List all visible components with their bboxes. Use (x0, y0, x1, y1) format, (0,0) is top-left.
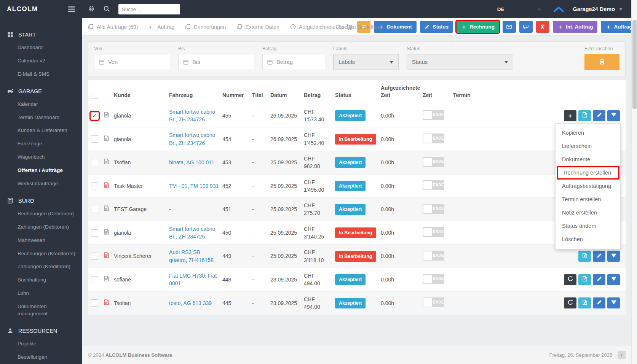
menu-item-status-ndern[interactable]: Status ändern (556, 219, 620, 233)
sidebar-item-e-mail-sms[interactable]: E-Mail & SMS (0, 68, 82, 81)
sidebar-item-werkstattauftr-ge[interactable]: Werkstattaufträge (0, 177, 82, 191)
time-end-toggle[interactable]: ENDE (423, 297, 444, 307)
row-checkbox[interactable] (91, 182, 98, 189)
scrollbar-thumb[interactable] (632, 20, 637, 109)
sidebar-item-rechnungen-kreditoren-[interactable]: Rechnungen (Kreditoren) (0, 247, 82, 261)
time-end-toggle[interactable]: ENDE (423, 180, 444, 190)
date-to-input[interactable]: Bis (178, 54, 254, 70)
menu-item-dokumente[interactable]: Dokumente (556, 153, 620, 166)
menu-toggle-icon[interactable] (68, 6, 75, 12)
menu-item-kopieren[interactable]: Kopieren (556, 126, 620, 140)
sidebar-item-projekte[interactable]: Projekte (0, 337, 82, 351)
vehicle-link[interactable]: tosto, AG 613 339 (169, 300, 212, 306)
sidebar-section-header[interactable]: START (0, 28, 82, 41)
clear-filters-button[interactable] (584, 54, 619, 70)
menu-item-auftragsbest-tigung[interactable]: Auftragsbestätigung (556, 180, 620, 193)
scroll-to-top-button[interactable]: ↑ (618, 351, 626, 359)
row-checkbox[interactable]: ✓ (91, 112, 98, 119)
sidebar-section-header[interactable]: BÜRO (0, 194, 82, 207)
row-checkbox[interactable] (91, 299, 98, 307)
vertical-scrollbar[interactable] (631, 0, 637, 364)
row-refresh-button[interactable] (564, 274, 576, 285)
email-button[interactable] (503, 21, 516, 33)
select-all-checkbox[interactable] (91, 92, 98, 99)
search-input[interactable] (118, 4, 180, 14)
row-checkbox[interactable] (91, 253, 98, 260)
cart-icon[interactable] (346, 24, 353, 30)
row-edit-button[interactable] (593, 274, 605, 285)
sidebar-item-zahlungen-kreditoren-[interactable]: Zahlungen (Kreditoren) (0, 260, 82, 273)
status-button[interactable]: Status (420, 21, 453, 33)
sidebar-item-zahlungen-debitoren-[interactable]: Zahlungen (Debitoren) (0, 221, 82, 234)
date-from-input[interactable]: Von (94, 54, 170, 70)
time-end-toggle[interactable]: ENDE (423, 227, 444, 237)
row-pdf-button[interactable] (578, 274, 591, 285)
row-checkbox[interactable] (91, 229, 98, 237)
vehicle-link[interactable]: Smart fortwo cabrio Br., ZH 234726 (169, 132, 215, 146)
amount-input[interactable]: Betrag (262, 54, 325, 70)
row-checkbox[interactable] (91, 206, 98, 213)
sidebar-item-kunden-lieferanten[interactable]: Kunden & Lieferanten (0, 124, 82, 137)
sidebar-item-fahrzeuge[interactable]: Fahrzeuge (0, 137, 82, 151)
vehicle-link[interactable]: Fiat LMC H730, Fiat 0001 (169, 273, 217, 286)
row-checkbox[interactable] (91, 135, 98, 143)
settings-gear-icon[interactable] (88, 5, 96, 13)
toolbar-link-aufgezeichnete-zeit[interactable]: Aufgezeichnete Zeit (290, 24, 346, 30)
row-pdf-button[interactable] (578, 110, 591, 121)
vehicle-link[interactable]: Audi RS3 SB quattro, ZH416158 (169, 249, 214, 263)
delete-button[interactable] (536, 21, 549, 33)
labels-select[interactable]: Labels (333, 54, 399, 70)
toolbar-link-externe-daten[interactable]: Externe Daten (236, 24, 279, 30)
sidebar-item-lohn[interactable]: Lohn (0, 287, 82, 300)
row-checkbox[interactable] (91, 159, 98, 166)
menu-item-l-schen[interactable]: Löschen (556, 233, 620, 246)
row-more-button[interactable] (607, 297, 620, 308)
add-internal-order-button[interactable]: +Int. Auftrag (553, 21, 598, 33)
row-edit-button[interactable] (593, 297, 605, 308)
time-end-toggle[interactable]: ENDE (423, 274, 444, 284)
sidebar-section-header[interactable]: RESSOURCEN (0, 324, 82, 337)
toolbar-link-erinnerungen[interactable]: Erinnerungen (185, 24, 226, 30)
time-end-toggle[interactable]: ENDE (423, 157, 444, 167)
toolbar-link-alle-auftr-ge-69-[interactable]: Alle Aufträge (69) (88, 24, 138, 30)
sidebar-item-kalender[interactable]: Kalender (0, 98, 82, 111)
row-edit-button[interactable] (593, 251, 605, 262)
sidebar-item-buchhaltung[interactable]: Buchhaltung (0, 273, 82, 287)
vehicle-link[interactable]: Smart fortwo cabrio Br., ZH 234726 (169, 109, 215, 122)
vehicle-link[interactable]: TM - 01, TM 109 931 (169, 183, 219, 189)
add-document-button[interactable]: +Dokument (374, 21, 417, 33)
time-end-toggle[interactable]: ENDE (423, 134, 444, 143)
search-icon[interactable] (103, 5, 111, 13)
sidebar-item-termin-dashboard[interactable]: Termin Dashboard (0, 111, 82, 124)
time-end-toggle[interactable]: ENDE (423, 204, 444, 214)
sidebar-section-header[interactable]: GARAGE (0, 85, 82, 98)
menu-item-rechnung-erstellen[interactable]: Rechnung erstellen (557, 166, 619, 180)
sidebar-item-wagenbuch[interactable]: Wagenbuch (0, 151, 82, 164)
row-add-button[interactable]: + (564, 110, 576, 121)
comment-button[interactable] (519, 21, 533, 33)
menu-item-notiz-erstellen[interactable]: Notiz erstellen (556, 206, 620, 219)
row-more-button[interactable] (607, 110, 620, 121)
sidebar-item-dashboard[interactable]: Dashboard (0, 41, 82, 54)
sidebar-item-bestellungen[interactable]: Bestellungen (0, 351, 82, 364)
vehicle-link[interactable]: hinata, AG 100 011 (169, 159, 214, 165)
language-selector[interactable]: DE (497, 6, 504, 12)
row-more-button[interactable] (607, 251, 620, 262)
time-end-toggle[interactable]: ENDE (423, 110, 444, 120)
menu-item-termin-erstellen[interactable]: Termin erstellen (556, 193, 620, 206)
row-more-button[interactable] (607, 274, 620, 285)
vehicle-link[interactable]: Smart fortwo cabrio Br., ZH 234726 (169, 226, 215, 240)
row-refresh-button[interactable] (564, 297, 576, 308)
row-pdf-button[interactable] (578, 251, 591, 262)
row-edit-button[interactable] (593, 110, 605, 121)
sidebar-item-offerten-auftr-ge[interactable]: Offerten / Aufträge (0, 164, 82, 177)
sidebar-item-dokumenten-management[interactable]: Dokumenten management (0, 300, 82, 321)
chevron-down-icon[interactable] (619, 8, 623, 11)
toolbar-link-auftrag[interactable]: +Auftrag (148, 24, 174, 30)
sidebar-item-mahnwesen[interactable]: Mahnwesen (0, 234, 82, 247)
sidebar-item-rechnungen-debitoren-[interactable]: Rechnungen (Debitoren) (0, 207, 82, 221)
menu-item-lieferschein[interactable]: Lieferschein (556, 140, 620, 153)
account-menu[interactable]: Garage24 Demo (573, 6, 615, 12)
sidebar-item-calendar-v2[interactable]: Calendar v2 (0, 54, 82, 68)
add-invoice-button[interactable]: +Rechnung (457, 21, 499, 33)
